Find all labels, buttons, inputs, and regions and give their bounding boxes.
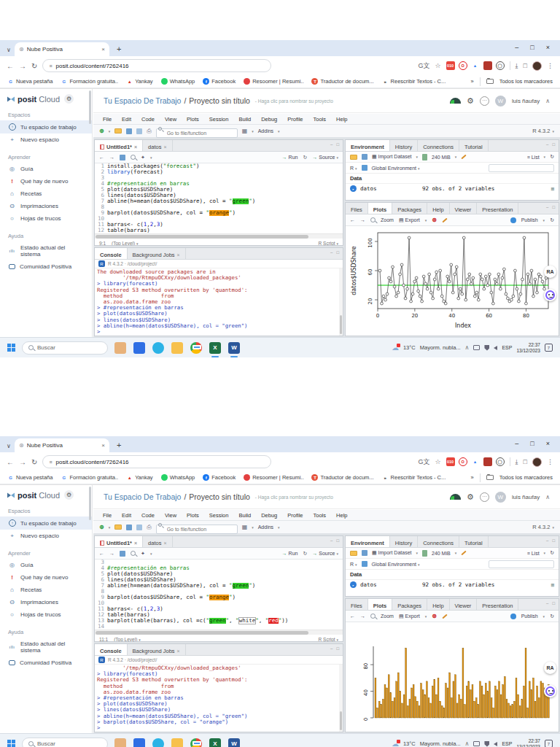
- word-icon[interactable]: W: [228, 342, 240, 354]
- goto-file-search[interactable]: [156, 125, 238, 138]
- console-output[interactable]: '/tmp/RtmpuOCXxy/downloaded_packages'> l…: [95, 665, 343, 732]
- remove-plot-icon[interactable]: ⊗: [432, 613, 437, 619]
- panes-grid-icon[interactable]: ▦: [242, 524, 248, 530]
- r-language-selector[interactable]: R ▾: [350, 562, 357, 567]
- open-file-icon[interactable]: [114, 525, 122, 530]
- menu-tools[interactable]: Tools: [308, 512, 332, 519]
- menu-plots[interactable]: Plots: [182, 116, 204, 123]
- save-all-icon[interactable]: [136, 525, 142, 530]
- taskbar-clock[interactable]: 22:3713/12/2023: [516, 342, 540, 354]
- tray-expand-icon[interactable]: ∧: [465, 344, 470, 351]
- tab-background-jobs[interactable]: Background Jobs×: [128, 644, 186, 655]
- console-output[interactable]: The downloaded source packages are in '/…: [95, 268, 343, 336]
- sidebar-item-nuevo-espacio[interactable]: +Nuevo espacio: [0, 133, 92, 146]
- explorer-icon[interactable]: [171, 342, 183, 354]
- menu-plots[interactable]: Plots: [182, 512, 204, 519]
- more-options-icon[interactable]: ⋯: [480, 492, 489, 502]
- bookmark-facebook[interactable]: fFacebook: [203, 474, 236, 481]
- view-table-icon[interactable]: ▦: [551, 582, 554, 588]
- menu-debug[interactable]: Debug: [256, 116, 282, 123]
- addins-menu[interactable]: Addins: [258, 525, 273, 530]
- panes-caret-icon[interactable]: ▾: [252, 525, 254, 530]
- menu-tools[interactable]: Tools: [308, 116, 332, 123]
- clear-objects-icon[interactable]: [461, 551, 466, 556]
- rerun-icon[interactable]: ↻: [303, 551, 307, 557]
- sidebar-item-comunidad-positiva[interactable]: Comunidad Positiva: [0, 657, 92, 669]
- tab-help[interactable]: Help: [427, 599, 449, 610]
- tab-close-icon[interactable]: ×: [134, 144, 137, 150]
- excel-icon[interactable]: X: [209, 738, 221, 747]
- pane-maximize-icon[interactable]: □: [552, 205, 555, 214]
- sidebar-item-tu-espacio-de-trabajo[interactable]: ↑Tu espacio de trabajo: [0, 120, 92, 133]
- tab-packages[interactable]: Packages: [392, 203, 427, 214]
- bookmark-star-icon[interactable]: ☆: [435, 458, 441, 465]
- prev-plot-icon[interactable]: ←: [350, 614, 355, 619]
- tab-close-icon[interactable]: ×: [163, 541, 166, 546]
- start-button[interactable]: [7, 740, 15, 747]
- rerun-icon[interactable]: ↻: [303, 155, 307, 160]
- r-language-selector[interactable]: R ▾: [350, 166, 357, 171]
- browser-menu-icon[interactable]: ⋮: [547, 62, 553, 69]
- pane-maximize-icon[interactable]: □: [552, 538, 555, 547]
- pane-maximize-icon[interactable]: □: [336, 250, 339, 259]
- new-tab-button[interactable]: +: [117, 441, 121, 449]
- tab-close-icon[interactable]: ×: [177, 649, 180, 654]
- scope-indicator[interactable]: (Top Level) ▾: [114, 637, 140, 642]
- pane-minimize-icon[interactable]: –: [330, 538, 332, 547]
- downloads-icon[interactable]: ⤓: [516, 62, 518, 70]
- sketch-app-icon[interactable]: [114, 738, 126, 747]
- bookmark-nueva-pesta-a[interactable]: GNueva pestaña: [7, 474, 52, 481]
- editor-hscrollbar[interactable]: [95, 233, 343, 239]
- pane-minimize-icon[interactable]: –: [546, 538, 548, 547]
- environment-object-row[interactable]: ▸ datos 92 obs. of 2 variables ▦: [346, 580, 559, 589]
- sidebar-item-nuevo-espacio[interactable]: +Nuevo espacio: [0, 530, 92, 542]
- arrow-extension-icon[interactable]: ▲: [471, 457, 480, 466]
- publish-button[interactable]: Publish: [521, 217, 538, 222]
- assistant-overlay-button[interactable]: [544, 685, 556, 697]
- console-vscrollbar[interactable]: [339, 665, 343, 732]
- pane-maximize-icon[interactable]: □: [336, 646, 339, 655]
- load-workspace-icon[interactable]: [350, 155, 357, 160]
- memory-usage[interactable]: 240 MiB: [432, 155, 451, 160]
- list-view-toggle[interactable]: ≡ List: [527, 551, 540, 556]
- bookmark-formaci-n-gratuita[interactable]: GFormación gratuita..: [61, 474, 118, 481]
- window-close-button[interactable]: ×: [546, 440, 550, 447]
- weather-icon[interactable]: ☁: [392, 740, 399, 747]
- run-button[interactable]: →Run: [282, 551, 298, 556]
- tab-packages[interactable]: Packages: [392, 599, 427, 610]
- bookmark-yankay[interactable]: ▲Yankay: [126, 78, 152, 85]
- photos-app-icon[interactable]: [152, 342, 164, 354]
- tab-console[interactable]: Console: [95, 248, 128, 259]
- tab-close-icon[interactable]: ×: [134, 541, 137, 546]
- sidebar-item-recetas[interactable]: ⌂Recetas: [0, 584, 92, 596]
- tab-environment[interactable]: Environment: [346, 140, 390, 151]
- keyboard-language[interactable]: ESP: [502, 741, 512, 746]
- collapse-header-icon[interactable]: ∧: [545, 98, 550, 104]
- editor-forward-icon[interactable]: →: [109, 551, 114, 556]
- refresh-environment-icon[interactable]: ↻: [550, 154, 554, 160]
- site-info-icon[interactable]: ≡: [49, 63, 52, 69]
- export-plot-button[interactable]: ▤ Export: [399, 614, 420, 619]
- paint-bottle-icon[interactable]: [133, 342, 145, 354]
- volume-tray-icon[interactable]: [494, 742, 497, 746]
- source-button[interactable]: →Source▾: [312, 551, 338, 556]
- tab-connections[interactable]: Connections: [418, 140, 459, 151]
- editor-hscrollbar[interactable]: [95, 630, 343, 635]
- scope-indicator[interactable]: (Top Level) ▾: [112, 241, 138, 246]
- translate-overlay-button[interactable]: RA: [544, 662, 556, 674]
- menu-debug[interactable]: Debug: [256, 512, 282, 519]
- addins-caret-icon[interactable]: ▾: [278, 129, 280, 133]
- pane-minimize-icon[interactable]: –: [546, 205, 548, 214]
- arrow-extension-icon[interactable]: ▲: [471, 61, 480, 70]
- panes-caret-icon[interactable]: ▾: [252, 129, 254, 133]
- save-icon[interactable]: [126, 525, 132, 530]
- list-view-toggle[interactable]: ≡ List: [527, 155, 540, 160]
- notification-center-icon[interactable]: 7: [545, 344, 553, 352]
- menu-code[interactable]: Code: [136, 116, 160, 123]
- user-avatar[interactable]: W: [495, 96, 506, 107]
- new-file-caret-icon[interactable]: ▾: [109, 525, 111, 530]
- load-workspace-icon[interactable]: [350, 551, 357, 556]
- menu-edit[interactable]: Edit: [117, 512, 136, 519]
- tab-viewer[interactable]: Viewer: [450, 203, 478, 214]
- menu-session[interactable]: Session: [204, 116, 234, 123]
